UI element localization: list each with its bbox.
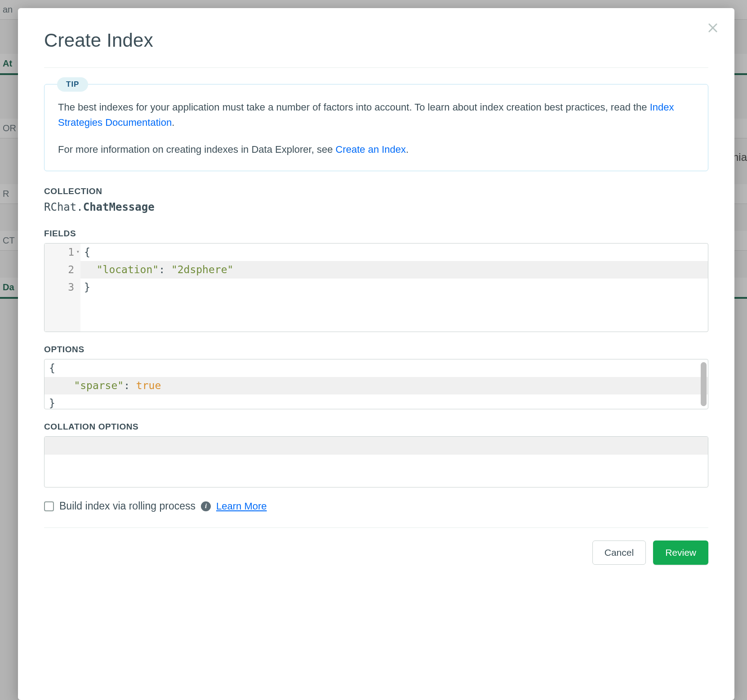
close-button[interactable] — [707, 22, 719, 34]
info-icon[interactable]: i — [201, 501, 211, 511]
tip-text: . — [172, 117, 174, 128]
modal-title: Create Index — [44, 30, 708, 51]
rolling-process-checkbox[interactable] — [44, 501, 54, 511]
tip-text: . — [406, 144, 409, 155]
divider — [44, 527, 708, 528]
fields-label: FIELDS — [44, 229, 708, 239]
line-number: 2 — [44, 261, 80, 279]
code-line: { — [44, 359, 708, 377]
close-icon — [707, 22, 719, 34]
collection-coll: ChatMessage — [83, 201, 155, 213]
cancel-button[interactable]: Cancel — [592, 541, 646, 565]
code-text: { — [80, 244, 708, 261]
code-text: "sparse": true — [44, 377, 708, 394]
create-index-modal: Create Index TIP The best indexes for yo… — [18, 8, 734, 700]
code-line: 3 } — [44, 279, 708, 296]
collection-label: COLLECTION — [44, 186, 708, 196]
code-text: { — [44, 359, 708, 377]
create-an-index-link[interactable]: Create an Index — [336, 144, 406, 155]
divider — [44, 67, 708, 68]
rolling-process-row: Build index via rolling process i Learn … — [44, 500, 708, 512]
rolling-process-label: Build index via rolling process — [59, 500, 196, 512]
tip-paragraph-2: For more information on creating indexes… — [58, 142, 694, 157]
code-line — [44, 437, 708, 455]
tip-text: For more information on creating indexes… — [58, 144, 336, 155]
tip-badge: TIP — [57, 77, 88, 92]
code-line: } — [44, 394, 708, 409]
code-line: "sparse": true — [44, 377, 708, 394]
fields-editor[interactable]: 1 { 2 "location": "2dsphere" 3 } — [44, 243, 708, 332]
editor-filler — [44, 455, 708, 487]
code-text: "location": "2dsphere" — [80, 261, 708, 279]
code-text: } — [44, 394, 708, 409]
tip-paragraph-1: The best indexes for your application mu… — [58, 100, 694, 130]
code-text: } — [80, 279, 708, 296]
learn-more-link[interactable]: Learn More — [216, 501, 267, 512]
tip-text: The best indexes for your application mu… — [58, 102, 650, 113]
options-label: OPTIONS — [44, 345, 708, 354]
collation-editor[interactable] — [44, 436, 708, 487]
collection-db: RChat — [44, 201, 76, 213]
line-number: 3 — [44, 279, 80, 296]
collection-sep: . — [76, 201, 83, 213]
line-number: 1 — [44, 244, 80, 261]
code-line: 2 "location": "2dsphere" — [44, 261, 708, 279]
collection-name: RChat.ChatMessage — [44, 201, 708, 213]
options-editor[interactable]: { "sparse": true } — [44, 359, 708, 409]
scrollbar[interactable] — [701, 362, 707, 406]
modal-footer: Cancel Review — [44, 541, 708, 565]
code-line: 1 { — [44, 244, 708, 261]
tip-box: TIP The best indexes for your applicatio… — [44, 84, 708, 171]
collation-label: COLLATION OPTIONS — [44, 422, 708, 432]
editor-filler — [44, 297, 708, 332]
review-button[interactable]: Review — [653, 541, 708, 565]
